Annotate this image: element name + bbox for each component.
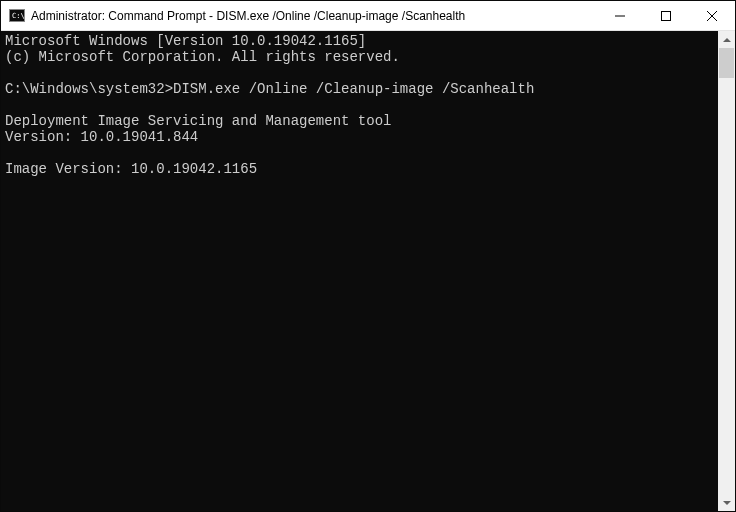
titlebar[interactable]: C:\ Administrator: Command Prompt - DISM… — [1, 1, 735, 31]
close-button[interactable] — [689, 1, 735, 30]
vertical-scrollbar[interactable] — [718, 31, 735, 511]
console-line: Deployment Image Servicing and Managemen… — [5, 113, 391, 129]
console-line: (c) Microsoft Corporation. All rights re… — [5, 49, 400, 65]
console-line: Microsoft Windows [Version 10.0.19042.11… — [5, 33, 366, 49]
cmd-icon: C:\ — [9, 8, 25, 24]
chevron-up-icon — [723, 38, 731, 42]
console-command: DISM.exe /Online /Cleanup-image /Scanhea… — [173, 81, 534, 97]
window-controls — [597, 1, 735, 30]
maximize-button[interactable] — [643, 1, 689, 30]
svg-rect-3 — [662, 11, 671, 20]
client-area: Microsoft Windows [Version 10.0.19042.11… — [1, 31, 735, 511]
scroll-up-button[interactable] — [718, 31, 735, 48]
scroll-thumb[interactable] — [719, 48, 734, 78]
console-line: Version: 10.0.19041.844 — [5, 129, 198, 145]
command-prompt-window: C:\ Administrator: Command Prompt - DISM… — [0, 0, 736, 512]
console-prompt: C:\Windows\system32> — [5, 81, 173, 97]
console-line: Image Version: 10.0.19042.1165 — [5, 161, 257, 177]
scroll-down-button[interactable] — [718, 494, 735, 511]
console-output[interactable]: Microsoft Windows [Version 10.0.19042.11… — [1, 31, 718, 511]
window-title: Administrator: Command Prompt - DISM.exe… — [31, 9, 597, 23]
chevron-down-icon — [723, 501, 731, 505]
minimize-button[interactable] — [597, 1, 643, 30]
svg-text:C:\: C:\ — [12, 11, 25, 19]
